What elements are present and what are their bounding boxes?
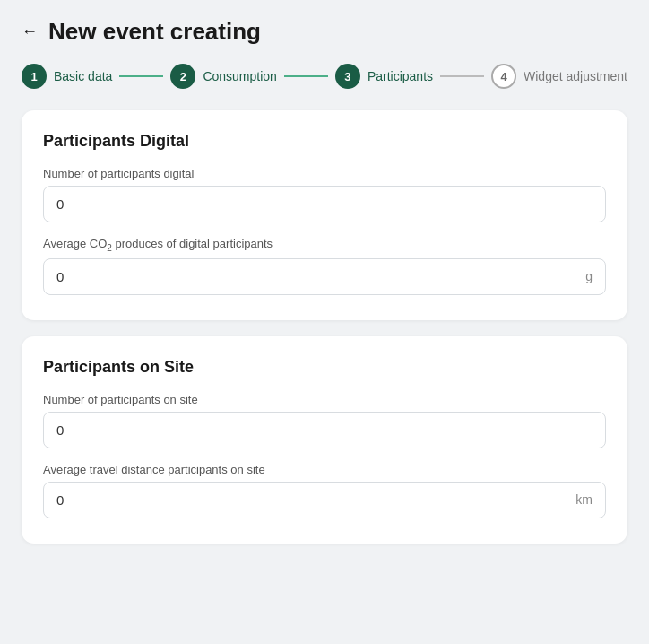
digital-count-input[interactable] [44,187,605,222]
site-distance-label: Average travel distance participants on … [43,463,606,476]
step-connector-3 [440,75,484,77]
site-count-field-group: Number of participants on site [43,393,606,448]
participants-digital-card: Participants Digital Number of participa… [22,110,627,320]
step-circle-4: 4 [491,64,516,89]
site-card-title: Participants on Site [43,358,606,377]
site-count-input[interactable] [44,413,605,448]
digital-co2-input-wrap: g [43,258,606,295]
site-count-input-wrap [43,412,606,448]
step-connector-2 [284,75,328,77]
step-3: 3 Participants [335,64,433,89]
step-connector-1 [119,75,163,77]
site-distance-input-wrap: km [43,482,606,518]
header: ← New event creating [22,18,627,46]
site-distance-unit: km [575,492,605,507]
digital-co2-label: Average CO2 produces of digital particip… [43,237,606,253]
digital-count-input-wrap [43,186,606,222]
site-distance-input[interactable] [44,483,575,518]
digital-count-label: Number of participants digital [43,167,606,180]
digital-co2-unit: g [585,269,605,283]
step-label-2: Consumption [203,69,277,83]
page-container: ← New event creating 1 Basic data 2 Cons… [0,0,649,644]
digital-co2-input[interactable] [44,259,585,294]
digital-card-title: Participants Digital [43,132,606,151]
site-distance-field-group: Average travel distance participants on … [43,463,606,518]
stepper: 1 Basic data 2 Consumption 3 Participant… [22,64,627,89]
step-4: 4 Widget adjustment [491,64,627,89]
step-label-4: Widget adjustment [524,69,627,83]
step-circle-3: 3 [335,64,360,89]
digital-co2-field-group: Average CO2 produces of digital particip… [43,237,606,295]
digital-count-field-group: Number of participants digital [43,167,606,222]
step-circle-1: 1 [22,64,47,89]
step-1: 1 Basic data [22,64,112,89]
page-title: New event creating [48,18,261,46]
site-count-label: Number of participants on site [43,393,606,406]
step-circle-2: 2 [170,64,195,89]
step-label-3: Participants [368,69,433,83]
participants-site-card: Participants on Site Number of participa… [22,336,627,544]
step-2: 2 Consumption [170,64,277,89]
back-button[interactable]: ← [22,22,38,41]
step-label-1: Basic data [54,69,112,83]
